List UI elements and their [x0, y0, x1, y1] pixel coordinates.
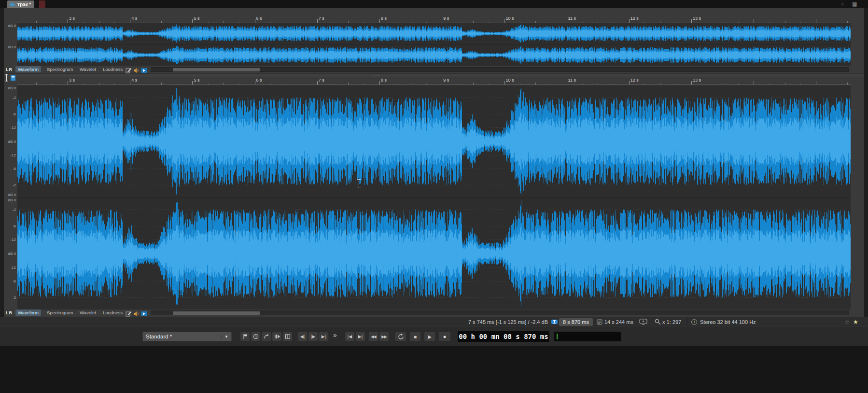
main-waveform-right[interactable] [17, 197, 851, 309]
document-tab[interactable]: трэк * [7, 0, 34, 8]
more-controls-button[interactable]: » [333, 331, 337, 339]
scrollbar-handle[interactable] [173, 68, 260, 71]
go-to-end-button[interactable]: ▶| [355, 332, 365, 341]
snap-tool-icon[interactable] [11, 74, 15, 83]
favorite-on-icon[interactable]: ★ [853, 319, 858, 325]
status-separator [636, 318, 636, 325]
db-scale-label: dB 0 [4, 86, 16, 90]
status-separator [687, 318, 688, 325]
ruler-label: 11 s [568, 78, 576, 83]
ruler-tick [551, 22, 551, 23]
ruler-tick [239, 22, 239, 23]
scrollbar-handle[interactable] [173, 311, 260, 315]
record-button[interactable]: ● [438, 332, 451, 341]
channel-selector[interactable]: LR [6, 310, 13, 315]
info-icon[interactable]: i [691, 319, 697, 325]
ruler-tick [224, 83, 224, 84]
ruler-tick [738, 22, 739, 23]
ruler-tick [847, 21, 848, 23]
transport-preset-dropdown[interactable]: Standard * ▼ [142, 332, 232, 341]
ruler-tick [520, 22, 520, 23]
mouse-cursor-ibeam [357, 179, 361, 187]
ruler-tick [99, 83, 99, 84]
monitor-icon[interactable] [639, 319, 647, 326]
zoom-ratio-readout[interactable]: x 1: 297 [662, 319, 681, 325]
zoom-icon[interactable] [655, 319, 661, 326]
horizontal-scrollbar[interactable] [151, 310, 849, 315]
db-scale-label: dB 0 [4, 24, 16, 28]
ruler-tick [770, 22, 770, 23]
channel-selector[interactable]: LR [6, 67, 13, 72]
go-to-start-button[interactable]: |◀ [345, 332, 355, 341]
overview-waveform-right[interactable] [17, 44, 851, 66]
play-from-button[interactable]: |▶ [308, 332, 318, 341]
previous-edit-point-button[interactable]: ◀| [297, 332, 308, 341]
panel-divider[interactable]: ⋯ [4, 73, 864, 77]
loop-button[interactable] [395, 332, 406, 341]
play-selection-button[interactable] [272, 332, 282, 341]
ruler-tick [68, 81, 68, 84]
ruler-tick [785, 83, 785, 84]
forward-button[interactable]: ▶▶ [379, 332, 389, 341]
db-scale-label: -6 [4, 167, 16, 171]
ruler-tick [473, 83, 474, 84]
status-bar: 7 s 745 ms [-1 s 125 ms] / -2.4 dB 8 s 8… [0, 317, 868, 326]
ruler-label: 10 s [505, 16, 514, 21]
tab-waveform[interactable]: Waveform [15, 66, 41, 72]
text-select-tool-icon[interactable] [4, 74, 9, 84]
marker-button[interactable] [240, 332, 250, 341]
horizontal-scrollbar[interactable] [151, 67, 849, 72]
ruler-tick [411, 21, 411, 23]
ruler-tick [270, 84, 271, 84]
ruler-tick [614, 22, 614, 23]
ruler-tick [130, 81, 130, 84]
ruler-tick [99, 21, 99, 23]
ruler-tick [364, 22, 364, 23]
view-strip-main: LR Waveform Spectrogram Wavelet Loudness [4, 309, 864, 317]
tab-wavelet[interactable]: Wavelet [77, 309, 98, 316]
ruler-tick [317, 19, 318, 23]
ruler-tick [114, 22, 115, 23]
cursor-time-readout[interactable]: 8 s 870 ms [559, 318, 593, 326]
ruler-tick [582, 22, 583, 23]
timeline-ruler-overview[interactable]: 3 s4 s5 s6 s7 s8 s9 s10 s11 s12 s13 s [17, 15, 851, 23]
ruler-tick [691, 81, 692, 84]
ruler-tick [426, 84, 427, 84]
tab-waveform[interactable]: Waveform [15, 309, 41, 316]
tab-spectrogram[interactable]: Spectrogram [44, 66, 75, 72]
overview-waveform-left[interactable] [17, 23, 851, 44]
ruler-tick [582, 84, 583, 84]
play-to-button[interactable]: ▶| [319, 332, 329, 341]
play-button[interactable]: ▶ [424, 332, 435, 341]
main-waveform-left[interactable] [17, 85, 851, 197]
timecode-button[interactable] [251, 332, 261, 341]
ruler-tick [239, 84, 239, 84]
ruler-tick [364, 84, 364, 84]
time-display[interactable]: 00 h 00 mn 08 s 870 ms [458, 331, 549, 342]
tab-spectrogram[interactable]: Spectrogram [44, 309, 75, 316]
db-scale-label: -6 [4, 279, 16, 283]
stop-button[interactable]: ■ [409, 332, 421, 341]
tab-wavelet[interactable]: Wavelet [77, 66, 98, 72]
ruler-label: 7 s [319, 16, 324, 21]
favorite-off-icon[interactable]: ☆ [844, 319, 850, 325]
db-scale-label: -2 [4, 208, 16, 212]
ruler-tick [567, 81, 567, 84]
preset-label: Standard * [146, 334, 172, 339]
tile-view-icon[interactable]: ▦ [852, 1, 857, 7]
tab-loudness[interactable]: Loudness [100, 309, 125, 316]
ruler-tick [36, 83, 37, 84]
ruler-tick [489, 84, 489, 84]
ruler-label: 3 s [69, 78, 75, 83]
ruler-tick [754, 19, 754, 23]
preroll-button[interactable] [261, 332, 271, 341]
db-scale-label: -12 [4, 126, 16, 130]
stop-mode-button[interactable] [282, 332, 293, 341]
tab-loudness[interactable]: Loudness [100, 66, 125, 72]
timeline-ruler-main[interactable]: 3 s4 s5 s6 s7 s8 s9 s10 s11 s12 s13 s [17, 77, 851, 85]
audio-format-readout: Stereo 32 bit 44 100 Hz [700, 319, 756, 325]
rewind-button[interactable]: ◀◀ [368, 332, 378, 341]
list-view-icon[interactable]: ≡ [841, 1, 844, 7]
ruler-tick [660, 21, 660, 23]
ruler-tick [83, 22, 84, 23]
